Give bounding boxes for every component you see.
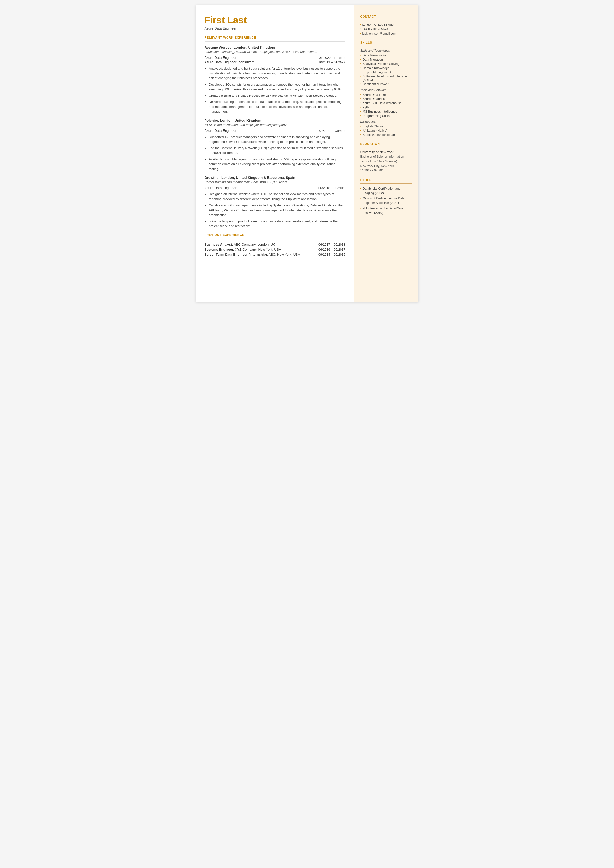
prev-exp-text-2: Systems Engineer, XYZ Company, New York,… [205,248,281,252]
bullet-item: Led the Content Delivery Network (CDN) e… [209,146,346,155]
bullet-item: Joined a ten-person product team to coor… [209,219,346,228]
contact-heading: CONTACT [360,15,412,18]
role-row-azure-1: Azure Data Engineer 01/2022 – Present [205,56,346,60]
tools-label: Tools and Software: [360,89,412,92]
company-name-polyhire: Polyhire, London, United Kingdom [205,118,346,123]
bullet-item: Supported 15+ product managers and softw… [209,135,346,144]
skill-item: Data Migration [360,58,412,61]
prev-exp-dates-2: 06/2016 – 05/2017 [318,248,345,252]
contact-location: London, United Kingdom [360,23,412,26]
bullet-item: Created a Build and Relase process for 2… [209,93,346,98]
contact-section: CONTACT London, United Kingdom +44 0 770… [360,15,412,36]
candidate-name: First Last [205,15,346,25]
prev-exp-text-3: Server Team Data Engineer (Internship), … [205,253,300,256]
company-desc-polyhire: NYSE-listed recruitment and employer bra… [205,123,346,127]
education-dates: 11/2012 - 07/2015 [360,168,412,173]
left-column: First Last Azure Data Engineer RELEVANT … [196,5,354,302]
skill-item: Python [360,106,412,109]
contact-divider [360,20,412,20]
skill-item: Azure SQL Data Warehouse [360,101,412,105]
skills-divider [360,46,412,46]
prev-exp-dates-1: 06/2017 – 05/2018 [318,243,345,247]
role-title-azure-1: Azure Data Engineer [205,56,237,60]
company-desc-growthsi: Career training and membership SaaS with… [205,180,346,184]
languages-label: Languages: [360,120,412,123]
other-item-1: Databricks Certification and Badging (20… [360,186,412,195]
prev-exp-text-1: Business Analyst, ABC Company, London, U… [205,243,275,247]
skill-item: Project Management [360,70,412,74]
education-location: New York City, New York [360,164,412,169]
skill-item: Arabic (Conversational) [360,133,412,137]
resume-container: First Last Azure Data Engineer RELEVANT … [196,5,419,302]
skill-item: Azure Databricks [360,97,412,101]
contact-email: jack.johnson@gmail.com [360,32,412,36]
bullet-item: Assited Product Managers by designing an… [209,157,346,171]
candidate-title: Azure Data Engineer [205,26,346,30]
skill-item: Analytical Problem-Solving [360,62,412,65]
skill-item: Azure Data Lake [360,93,412,96]
other-item-2: Microsoft Certified: Azure Data Engineer… [360,196,412,205]
skill-item: Afrikaans (Native) [360,129,412,132]
bullets-resume-worded: Analyzed, designed and built data soluti… [209,66,346,114]
role-dates-azure-1: 01/2022 – Present [319,56,345,60]
skills-heading: SKILLS [360,41,412,44]
role-title-growthsi: Azure Data Engineer [205,186,237,190]
work-entry-growthsi: Growthsi, London, United Kingdom & Barce… [205,175,346,228]
education-university: University of New York [360,150,412,154]
role-dates-growthsi: 06/2018 – 09/2019 [318,186,345,190]
bullet-item: Designed an internal webiste where 150+ … [209,192,346,202]
bullet-item: Analyzed, designed and built data soluti… [209,66,346,81]
skill-item: Software Development Lifecycle (SDLC) [360,75,412,82]
skill-item: Domain Knowledge [360,66,412,70]
role-row-growthsi: Azure Data Engineer 06/2018 – 09/2019 [205,186,346,190]
prev-exp-row-3: Server Team Data Engineer (Internship), … [205,253,346,256]
other-section: OTHER Databricks Certification and Badgi… [360,179,412,215]
work-entry-resume-worded: Resume Worded, London, United Kingdom Ed… [205,45,346,114]
role-row-polyhire: Azure Data Engineer 07/2021 – Current [205,129,346,133]
role-title-azure-consultant: Azure Data Engineer (consultant) [205,60,256,64]
education-section: EDUCATION University of New York Bachelo… [360,142,412,173]
skill-item: Confidential Power BI [360,82,412,86]
techniques-label: Skills and Techniques: [360,49,412,53]
company-desc-resume-worded: Education technology startup with 50+ em… [205,50,346,54]
bullet-item: Developed SQL scripts for query automati… [209,82,346,92]
bullets-growthsi: Designed an internal webiste where 150+ … [209,192,346,228]
skill-item: English (Native) [360,125,412,128]
prev-exp-dates-3: 09/2014 – 05/2015 [318,253,345,256]
divider-relevant-work [205,41,346,42]
company-name-growthsi: Growthsi, London, United Kingdom & Barce… [205,175,346,180]
skill-item: Programming Scala [360,114,412,118]
skill-item: MS Business Intelligence [360,110,412,113]
education-heading: EDUCATION [360,142,412,146]
prev-exp-row-2: Systems Engineer, XYZ Company, New York,… [205,248,346,252]
skill-item: Data Visualisation [360,54,412,57]
bullet-item: Delivered training presentations to 250+… [209,99,346,114]
skills-section: SKILLS Skills and Techniques: Data Visua… [360,41,412,137]
previous-exp-heading: PREVIOUS EXPERIENCE [205,233,346,236]
right-column: CONTACT London, United Kingdom +44 0 770… [354,5,419,302]
role-title-polyhire: Azure Data Engineer [205,129,237,133]
other-item-3: Volunteered at the Data4Good Festival (2… [360,207,412,215]
contact-phone: +44 0 7701235678 [360,28,412,31]
company-name-resume-worded: Resume Worded, London, United Kingdom [205,45,346,50]
other-heading: OTHER [360,179,412,182]
role-dates-polyhire: 07/2021 – Current [319,129,346,133]
education-degree: Bachelor of Science Information Technolo… [360,154,412,164]
role-dates-azure-consultant: 10/2019 – 01/2022 [318,61,345,64]
work-entry-polyhire: Polyhire, London, United Kingdom NYSE-li… [205,118,346,171]
bullet-item: Collaborated with five departments inclu… [209,203,346,217]
bullets-polyhire: Supported 15+ product managers and softw… [209,135,346,171]
prev-exp-row-1: Business Analyst, ABC Company, London, U… [205,243,346,247]
role-row-azure-consultant: Azure Data Engineer (consultant) 10/2019… [205,60,346,64]
relevant-work-heading: RELEVANT WORK EXPERIENCE [205,36,346,39]
